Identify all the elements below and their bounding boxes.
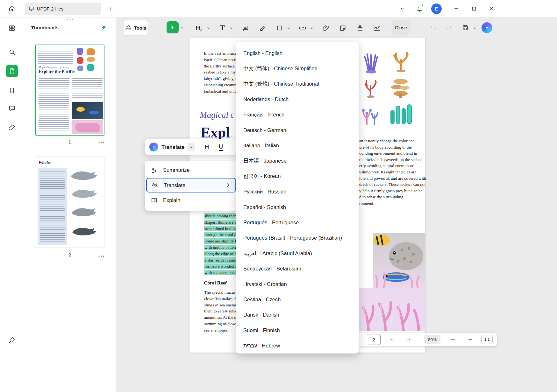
language-option[interactable]: Deutsch - German — [236, 122, 359, 138]
language-option[interactable]: עברית - Hebrew — [236, 338, 359, 353]
account-avatar[interactable]: E — [431, 4, 442, 14]
page-number-input[interactable]: 2 — [367, 334, 381, 345]
heading-tool-button[interactable]: H — [194, 22, 205, 34]
text-tool-button[interactable]: T — [217, 22, 228, 34]
previous-page-button[interactable] — [387, 335, 396, 344]
zoom-in-button[interactable] — [466, 335, 474, 344]
language-option[interactable]: Čeština - Czech — [236, 292, 359, 307]
measure-tool-chevron[interactable] — [309, 25, 314, 31]
undo-button[interactable] — [429, 23, 438, 32]
translate-quick-button[interactable]: Translate — [161, 144, 184, 150]
notifications-button[interactable] — [415, 4, 424, 13]
language-option[interactable]: 中文 (繁體) - Chinese Traditional — [236, 76, 359, 92]
menu-item-translate[interactable]: Translate — [146, 178, 236, 192]
language-option[interactable]: 한국어 - Korean — [236, 169, 359, 184]
sticker-tool-button[interactable] — [337, 22, 348, 34]
document-tab[interactable]: UPDF-2-files — [25, 3, 101, 15]
cursor-icon — [169, 24, 176, 31]
language-option[interactable]: 日本語 - Japanese — [236, 153, 359, 169]
language-option[interactable]: Suomi - Finnish — [236, 323, 359, 338]
save-button[interactable] — [461, 23, 470, 32]
text-tool-chevron[interactable] — [229, 25, 234, 31]
language-option[interactable]: English - English — [236, 46, 359, 61]
shape-tool-button[interactable] — [274, 22, 285, 34]
selection-toolbar: Translate H U — [145, 139, 240, 155]
sidebar-item-markup-pen[interactable] — [6, 334, 18, 346]
book-icon — [151, 197, 158, 204]
sidebar-item-comments[interactable] — [6, 102, 18, 115]
orange-coral-illustration — [389, 50, 413, 73]
language-option[interactable]: Português (Brasil) - Portuguese (Brazili… — [236, 230, 359, 246]
sparkle-icon — [484, 25, 490, 31]
close-window-button[interactable] — [487, 4, 496, 13]
pin-panel-button[interactable] — [98, 23, 108, 33]
text-line: dreds of suckers. These suckers can not — [359, 181, 426, 188]
next-page-button[interactable] — [404, 335, 413, 344]
thumb1-intro-text — [38, 48, 73, 64]
new-tab-button[interactable] — [106, 4, 115, 13]
attachment-tool-button[interactable] — [320, 22, 332, 34]
page-number-label: 2 — [35, 252, 104, 257]
panel-drag-handle[interactable] — [64, 18, 76, 22]
thumb2-left-panel — [38, 168, 67, 245]
tools-button[interactable]: Tools — [124, 20, 148, 35]
toolbar-divider — [198, 143, 198, 151]
thumb1-options-button[interactable] — [97, 139, 105, 145]
underline-format-button[interactable]: U — [215, 142, 226, 152]
sidebar-item-search[interactable] — [6, 46, 18, 58]
page-thumbnail-2[interactable]: Whales — [35, 157, 104, 248]
actual-size-button[interactable]: 1:1 — [481, 335, 493, 344]
language-option[interactable]: 中文 (简体) - Chinese Simplified — [236, 61, 359, 76]
redo-button[interactable] — [444, 23, 453, 32]
thumb2-whale-4 — [70, 225, 100, 237]
home-button[interactable] — [6, 3, 17, 14]
select-tool-button[interactable] — [167, 21, 179, 33]
tab-title: UPDF-2-files — [37, 6, 63, 11]
language-option[interactable]: Русский - Russian — [236, 184, 359, 200]
page-thumbnail-1[interactable]: Magical creatures of the sea. Explore th… — [35, 45, 104, 136]
language-option[interactable]: Español - Spanish — [236, 200, 359, 215]
highlight-format-button[interactable]: H — [201, 142, 212, 152]
translate-options-chevron[interactable] — [188, 143, 195, 151]
sidebar-item-bookmarks[interactable] — [6, 84, 18, 96]
menu-item-summarize[interactable]: Summarize — [145, 162, 237, 178]
maximize-button[interactable] — [469, 4, 479, 13]
measure-tool-button[interactable] — [297, 22, 308, 34]
section-heading: Coral Reef — [204, 280, 227, 286]
zoom-out-button[interactable] — [449, 335, 457, 344]
save-options-chevron[interactable] — [472, 25, 477, 31]
close-tools-button[interactable]: Close — [392, 20, 410, 35]
notification-dot — [421, 4, 424, 7]
text-line: ible and powerful, and are covered with — [359, 175, 426, 182]
select-tool-chevron[interactable] — [179, 25, 184, 30]
language-option[interactable]: Français - French — [236, 107, 359, 122]
page-number-label: 1 — [35, 139, 104, 144]
language-option[interactable]: Dansk - Danish — [236, 307, 359, 323]
highlighter-tool-button[interactable] — [257, 22, 268, 34]
ai-assistant-button[interactable] — [482, 22, 492, 33]
heading-tool-chevron[interactable] — [206, 25, 211, 31]
language-option[interactable]: Hrvatski - Croatian — [236, 276, 359, 292]
zoom-level-display[interactable]: 80% — [424, 335, 440, 344]
language-option[interactable]: Italiano - Italian — [236, 138, 359, 153]
menu-item-explain[interactable]: Explain — [145, 192, 237, 208]
comment-tool-button[interactable] — [239, 22, 251, 34]
pink-coral-photo — [359, 288, 425, 331]
language-option[interactable]: Nederlands - Dutch — [236, 92, 359, 107]
language-option[interactable]: العربية - Arabic (Saudi Arabia) — [236, 246, 359, 261]
thumb2-options-button[interactable] — [97, 253, 105, 259]
disc-coral-illustration — [389, 77, 412, 99]
sidebar-item-thumbnails[interactable] — [6, 65, 18, 77]
stamp-tool-button[interactable] — [354, 22, 366, 34]
thumb1-title: Explore the Pacific — [39, 69, 75, 74]
signature-tool-button[interactable] — [371, 22, 383, 34]
language-option[interactable]: Português - Portuguese — [236, 215, 359, 230]
toolbar-collapse-button[interactable] — [397, 4, 407, 13]
reef-fish-photo — [373, 233, 425, 288]
language-option[interactable]: Беларуская - Belarusian — [236, 261, 359, 276]
shape-tool-chevron[interactable] — [286, 25, 291, 31]
sidebar-item-apps[interactable] — [6, 22, 18, 34]
text-line: an instantly change the color and — [359, 138, 426, 144]
sidebar-item-attachments[interactable] — [6, 121, 18, 134]
minimize-button[interactable] — [452, 4, 461, 13]
